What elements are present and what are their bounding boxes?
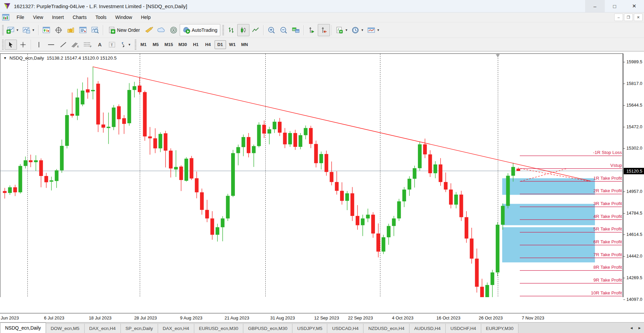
new-chart-button[interactable]: ▼ bbox=[5, 24, 21, 36]
minimize-button[interactable]: – bbox=[585, 0, 605, 12]
bullish-candle[interactable] bbox=[107, 127, 110, 128]
bearish-candle[interactable] bbox=[39, 160, 43, 176]
bearish-candle[interactable] bbox=[356, 216, 359, 225]
equidistant-channel-tool-button[interactable]: E bbox=[69, 40, 82, 50]
bullish-candle[interactable] bbox=[127, 90, 131, 123]
arrows-tool-button[interactable]: ▼ bbox=[118, 40, 133, 50]
bullish-candle[interactable] bbox=[366, 215, 370, 218]
profiles-button[interactable]: ▼ bbox=[21, 24, 37, 36]
terminal-button[interactable] bbox=[77, 24, 89, 36]
bearish-candle[interactable] bbox=[29, 160, 32, 162]
bullish-candle[interactable] bbox=[506, 176, 510, 206]
maximize-button[interactable]: □ bbox=[605, 0, 624, 12]
bar-chart-button[interactable] bbox=[225, 24, 237, 36]
bullish-candle[interactable] bbox=[65, 115, 69, 146]
bullish-candle[interactable] bbox=[55, 170, 59, 181]
menu-item-file[interactable]: File bbox=[12, 13, 29, 21]
bullish-candle[interactable] bbox=[231, 153, 235, 196]
bullish-candle[interactable] bbox=[304, 128, 308, 135]
bullish-candle[interactable] bbox=[387, 226, 391, 237]
bearish-candle[interactable] bbox=[153, 138, 157, 149]
bullish-candle[interactable] bbox=[221, 218, 224, 227]
text-label-tool-button[interactable]: T bbox=[106, 40, 118, 50]
bearish-candle[interactable] bbox=[164, 133, 168, 151]
bearish-candle[interactable] bbox=[480, 287, 484, 297]
zoom-out-button[interactable] bbox=[277, 24, 290, 36]
menu-item-window[interactable]: Window bbox=[111, 13, 137, 21]
candlestick-chart-button[interactable] bbox=[237, 24, 249, 36]
timeframe-m15-button[interactable]: M15 bbox=[162, 40, 175, 49]
bearish-candle[interactable] bbox=[283, 133, 287, 145]
candlestick-chart[interactable]: -1R Stop LossVstup1R Take Profit2R Take … bbox=[0, 53, 623, 297]
bearish-candle[interactable] bbox=[148, 136, 152, 138]
bullish-candle[interactable] bbox=[392, 218, 396, 226]
line-chart-button[interactable] bbox=[249, 24, 262, 36]
mdi-close-button[interactable]: ✕ bbox=[634, 14, 643, 21]
trendline-tool-button[interactable] bbox=[57, 40, 69, 50]
timeframe-m1-button[interactable]: M1 bbox=[138, 40, 149, 49]
bullish-candle[interactable] bbox=[382, 237, 385, 251]
bearish-candle[interactable] bbox=[44, 176, 48, 182]
bullish-candle[interactable] bbox=[226, 196, 230, 219]
bullish-candle[interactable] bbox=[242, 137, 245, 147]
bearish-candle[interactable] bbox=[340, 191, 344, 201]
bearish-candle[interactable] bbox=[13, 187, 17, 192]
auto-scroll-button[interactable] bbox=[306, 24, 318, 36]
bullish-candle[interactable] bbox=[491, 272, 494, 285]
chart-tab-dax-ecn-h4[interactable]: DAX_ecn,H4 bbox=[158, 324, 194, 333]
bullish-candle[interactable] bbox=[8, 187, 12, 193]
indicators-button[interactable]: f ▼ bbox=[334, 24, 350, 36]
chart-tab-eurjpy-m30[interactable]: EURJPY,M30 bbox=[481, 324, 519, 333]
new-order-button[interactable]: New Order bbox=[105, 24, 143, 36]
chart-shift-button[interactable] bbox=[318, 24, 330, 36]
mdi-minimize-button[interactable]: – bbox=[614, 14, 623, 21]
cloud-button[interactable] bbox=[155, 24, 168, 36]
bullish-candle[interactable] bbox=[345, 193, 349, 201]
bullish-candle[interactable] bbox=[501, 206, 505, 225]
bearish-candle[interactable] bbox=[309, 128, 313, 144]
bearish-candle[interactable] bbox=[195, 178, 199, 193]
menu-item-help[interactable]: Help bbox=[136, 13, 155, 21]
bullish-candle[interactable] bbox=[273, 122, 276, 129]
crosshair-tool-button[interactable] bbox=[17, 40, 29, 50]
bearish-candle[interactable] bbox=[70, 114, 74, 116]
bullish-candle[interactable] bbox=[402, 190, 406, 201]
autotrading-button[interactable]: AutoTrading bbox=[180, 24, 221, 36]
bearish-candle[interactable] bbox=[335, 182, 339, 191]
chart-plot-area[interactable]: -1R Stop LossVstup1R Take Profit2R Take … bbox=[0, 53, 623, 297]
chart-tab-dax-ecn-h4[interactable]: DAX_ecn,H4 bbox=[85, 324, 121, 333]
bearish-candle[interactable] bbox=[293, 133, 297, 147]
bullish-candle[interactable] bbox=[18, 166, 22, 192]
menu-item-view[interactable]: View bbox=[29, 13, 48, 21]
bearish-candle[interactable] bbox=[200, 192, 204, 210]
bullish-candle[interactable] bbox=[81, 91, 84, 105]
date-axis[interactable]: 26 Jun 20236 Jul 202318 Jul 202328 Jul 2… bbox=[0, 313, 644, 322]
text-tool-button[interactable]: A bbox=[94, 40, 106, 50]
vertical-line-tool-button[interactable] bbox=[33, 40, 45, 50]
bearish-candle[interactable] bbox=[122, 118, 126, 124]
take-profit-zone[interactable] bbox=[502, 204, 595, 225]
tab-scroll-right-button[interactable]: ► bbox=[636, 324, 643, 332]
fibonacci-tool-button[interactable]: F bbox=[82, 40, 94, 50]
chart-tab-usdchf-h4[interactable]: USDCHF,H4 bbox=[446, 324, 481, 333]
bullish-candle[interactable] bbox=[434, 164, 437, 173]
chart-tab-eurusd-ecn-m30[interactable]: EURUSD_ecn,M30 bbox=[194, 324, 243, 333]
horizontal-line-tool-button[interactable] bbox=[45, 40, 57, 50]
bearish-candle[interactable] bbox=[330, 172, 333, 182]
bearish-candle[interactable] bbox=[138, 86, 141, 92]
bearish-candle[interactable] bbox=[516, 169, 520, 171]
bullish-candle[interactable] bbox=[34, 160, 38, 162]
bullish-candle[interactable] bbox=[407, 179, 411, 190]
timeframe-d1-button[interactable]: D1 bbox=[215, 40, 226, 49]
bullish-candle[interactable] bbox=[418, 145, 422, 169]
bullish-candle[interactable] bbox=[133, 86, 136, 90]
bearish-candle[interactable] bbox=[423, 145, 427, 155]
bullish-candle[interactable] bbox=[236, 147, 240, 153]
close-button[interactable]: ✕ bbox=[624, 0, 644, 12]
bearish-candle[interactable] bbox=[278, 122, 282, 133]
bullish-candle[interactable] bbox=[24, 160, 27, 166]
tile-windows-button[interactable] bbox=[290, 24, 302, 36]
mdi-restore-button[interactable]: ❐ bbox=[624, 14, 633, 21]
bearish-candle[interactable] bbox=[470, 239, 473, 259]
bullish-candle[interactable] bbox=[112, 108, 115, 127]
